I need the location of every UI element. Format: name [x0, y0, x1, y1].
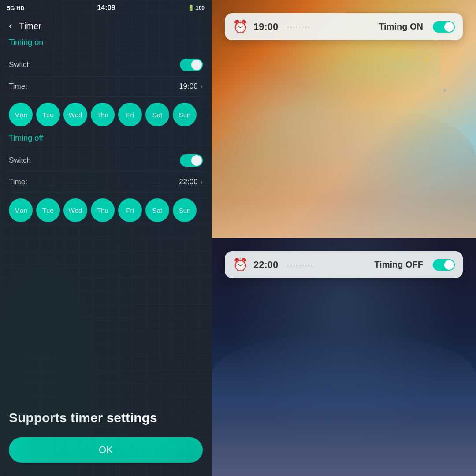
back-button[interactable]: ‹ [9, 20, 12, 32]
status-battery: 🔋 100 [188, 5, 205, 11]
timing-off-switch-label: Switch [9, 156, 31, 165]
timing-on-day-sat[interactable]: Sat [145, 103, 169, 126]
timing-off-title: Timing off [9, 134, 203, 143]
timing-off-day-sun[interactable]: Sun [173, 198, 197, 222]
timing-on-day-fri[interactable]: Fri [118, 103, 142, 126]
status-signal: 5G HD [7, 5, 25, 11]
timing-on-time-label: Time: [9, 82, 27, 91]
timing-on-badge: ⏰ 19:00 -------- Timing ON [225, 13, 463, 40]
timing-off-time-label: Time: [9, 178, 27, 186]
timing-on-title: Timing on [9, 38, 203, 47]
badge-off-label: Timing OFF [374, 260, 423, 270]
badge-off-clock-icon: ⏰ [233, 257, 248, 272]
timing-off-toggle[interactable] [180, 154, 203, 167]
timing-off-badge: ⏰ 22:00 --------- Timing OFF [225, 251, 463, 278]
page-title: Timer [19, 21, 41, 31]
badge-on-time: 19:00 [253, 21, 278, 33]
badge-on-label: Timing ON [379, 22, 423, 32]
timing-on-chevron: › [201, 82, 203, 90]
right-panel: ⏰ 19:00 -------- Timing ON ⏰ 22:00 -----… [212, 0, 476, 476]
timing-on-image: ⏰ 19:00 -------- Timing ON [212, 0, 476, 238]
badge-off-time: 22:00 [253, 259, 278, 271]
timing-on-day-tue[interactable]: Tue [36, 103, 60, 126]
tagline: Supports timer settings [0, 401, 212, 430]
timing-on-day-thu[interactable]: Thu [91, 103, 115, 126]
badge-off-toggle[interactable] [433, 259, 455, 271]
timing-off-day-thu[interactable]: Thu [91, 198, 115, 222]
content-area: Timing on Switch Time: 19:00 › Mon Tue W… [0, 38, 212, 401]
timing-off-day-tue[interactable]: Tue [36, 198, 60, 222]
timing-on-switch-label: Switch [9, 60, 31, 69]
timing-off-days-row: Mon Tue Wed Thu Fri Sat Sun [9, 192, 203, 229]
timing-on-time-value: 19:00 › [179, 82, 203, 91]
header: ‹ Timer [0, 16, 212, 38]
timing-off-day-wed[interactable]: Wed [63, 198, 87, 222]
timing-on-toggle[interactable] [180, 59, 203, 71]
badge-on-dots: -------- [287, 23, 370, 30]
timing-off-day-fri[interactable]: Fri [118, 198, 142, 222]
left-panel: 5G HD 14:09 🔋 100 ‹ Timer Timing on Swit… [0, 0, 212, 476]
timing-off-time-value: 22:00 › [179, 178, 203, 186]
badge-off-dots: --------- [287, 261, 365, 268]
badge-on-toggle[interactable] [433, 21, 455, 33]
timing-on-switch-row: Switch [9, 53, 203, 77]
timing-off-time-row[interactable]: Time: 22:00 › [9, 172, 203, 192]
timing-off-day-sat[interactable]: Sat [145, 198, 169, 222]
timing-off-image: ⏰ 22:00 --------- Timing OFF [212, 238, 476, 476]
timing-on-day-sun[interactable]: Sun [173, 103, 197, 126]
timing-on-day-mon[interactable]: Mon [9, 103, 33, 126]
status-bar: 5G HD 14:09 🔋 100 [0, 0, 212, 16]
status-time: 14:09 [97, 4, 115, 12]
timing-on-days-row: Mon Tue Wed Thu Fri Sat Sun [9, 97, 203, 134]
badge-on-clock-icon: ⏰ [233, 19, 248, 34]
timing-off-switch-row: Switch [9, 149, 203, 172]
timing-on-day-wed[interactable]: Wed [63, 103, 87, 126]
timing-on-time-row[interactable]: Time: 19:00 › [9, 77, 203, 97]
ok-button[interactable]: OK [9, 437, 203, 463]
timing-off-day-mon[interactable]: Mon [9, 198, 33, 222]
timing-off-chevron: › [201, 178, 203, 186]
